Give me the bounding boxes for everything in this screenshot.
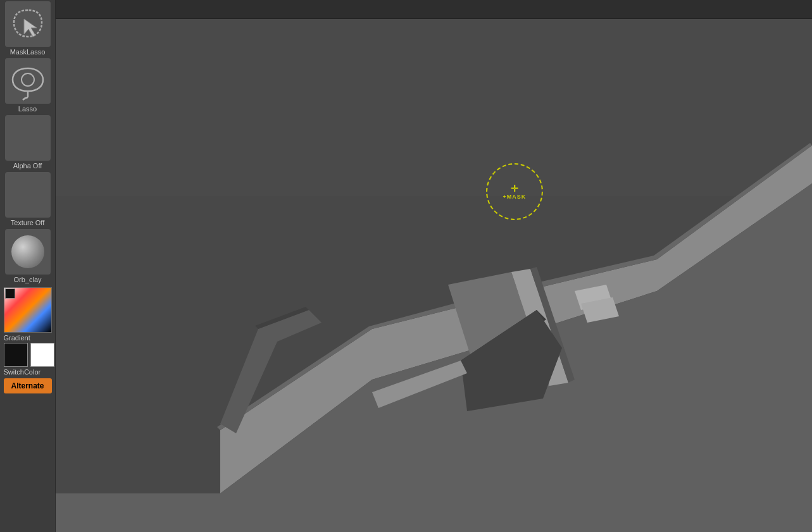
mesh-area[interactable]: ✛ +MASK [56, 19, 812, 532]
color-swatch-black[interactable] [4, 343, 28, 367]
lasso-icon [5, 58, 51, 104]
masklasso-label: MaskLasso [10, 48, 46, 56]
alpha-icon [5, 115, 51, 161]
gradient-tool[interactable]: Gradient [1, 285, 54, 342]
tool-orb-clay[interactable]: Orb_clay [1, 228, 54, 285]
tool-alpha[interactable]: Alpha Off [1, 114, 54, 171]
orb-clay-label: Orb_clay [13, 276, 41, 283]
alpha-label: Alpha Off [13, 162, 42, 170]
gradient-label: Gradient [4, 334, 30, 342]
texture-label: Texture Off [11, 219, 45, 226]
clay-sphere [11, 235, 44, 268]
gradient-small-rect [5, 288, 15, 299]
gradient-icon [4, 287, 52, 333]
color-swatch-white[interactable] [30, 343, 54, 367]
switchcolor-swatches [4, 343, 54, 367]
orb-clay-icon [5, 229, 51, 275]
masklasso-icon [5, 1, 51, 47]
tool-masklasso[interactable]: MaskLasso [1, 0, 54, 57]
svg-rect-4 [56, 19, 812, 196]
lasso-label: Lasso [18, 105, 37, 113]
switchcolor-label: SwitchColor [4, 368, 41, 376]
switchcolor-tool[interactable]: SwitchColor [1, 342, 54, 376]
tool-lasso[interactable]: Lasso [1, 57, 54, 114]
tool-texture[interactable]: Texture Off [1, 171, 54, 228]
alternate-label: Alternate [11, 381, 44, 390]
mesh-svg [56, 19, 812, 532]
alternate-button[interactable]: Alternate [4, 378, 52, 393]
top-bar [56, 0, 812, 19]
texture-icon [5, 172, 51, 218]
sidebar: MaskLasso Lasso Alpha Off Texture Off [0, 0, 56, 532]
viewport[interactable]: ✛ +MASK [56, 0, 812, 532]
